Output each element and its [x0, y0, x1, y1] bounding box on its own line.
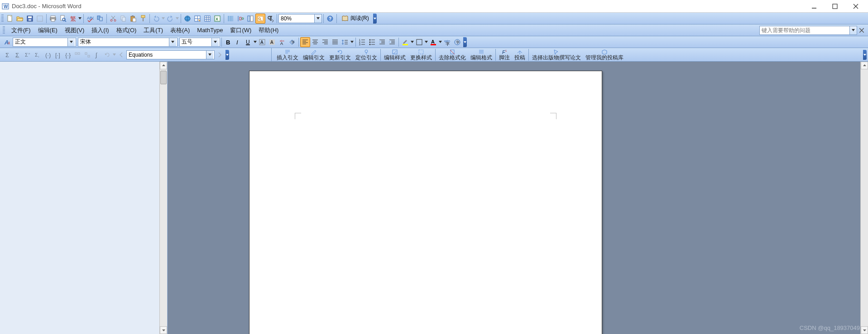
menubar-grip[interactable] — [3, 26, 5, 34]
mt-toolbar-options[interactable] — [225, 50, 229, 60]
align-center-button[interactable] — [310, 37, 320, 47]
format-painter-button[interactable] — [138, 14, 148, 24]
help-search-input[interactable] — [759, 26, 850, 35]
traditional-chinese-button[interactable]: 繁 — [68, 14, 78, 24]
font-color-dropdown[interactable] — [438, 40, 442, 44]
bulleted-list-button[interactable] — [367, 37, 377, 47]
bold-button[interactable]: B — [223, 37, 233, 47]
menu-tools[interactable]: 工具(T) — [140, 25, 167, 36]
maximize-button[interactable] — [825, 0, 845, 13]
paren-3-button[interactable]: {·} — [62, 50, 72, 60]
numbered-list-button[interactable]: 123 — [357, 37, 367, 47]
nav-prev-button[interactable] — [116, 50, 126, 60]
sigma-1-button[interactable]: Σ — [3, 50, 13, 60]
underline-button[interactable]: U — [243, 37, 253, 47]
integral-button[interactable]: ∫ — [92, 50, 102, 60]
menu-format[interactable]: 格式(O) — [113, 25, 140, 36]
tc-dropdown[interactable] — [78, 17, 82, 20]
highlight-dropdown[interactable] — [410, 40, 414, 44]
toolbar-options[interactable] — [373, 14, 377, 24]
edit-format-button[interactable]: 编辑格式 — [468, 48, 494, 61]
border-dropdown[interactable] — [424, 40, 428, 44]
matrix-2-button[interactable] — [82, 50, 92, 60]
font-input[interactable] — [78, 38, 169, 46]
permission-button[interactable] — [35, 14, 45, 24]
fmt-toolbar-options[interactable] — [463, 37, 467, 47]
fit-text-button[interactable]: 字 — [452, 37, 462, 47]
style-combo[interactable] — [13, 38, 76, 47]
align-distribute-button[interactable] — [330, 37, 340, 47]
style-input[interactable] — [13, 38, 67, 46]
increase-indent-button[interactable] — [387, 37, 397, 47]
menu-mathtype[interactable]: MathType — [193, 25, 226, 35]
styles-pane-button[interactable]: A4 — [3, 37, 13, 47]
research-button[interactable] — [95, 14, 105, 24]
change-style-button[interactable]: 更换样式 — [408, 48, 434, 61]
spellcheck-button[interactable]: ABC — [85, 14, 95, 24]
italic-button[interactable]: I — [233, 37, 243, 47]
hyperlink-button[interactable] — [182, 14, 192, 24]
toolbar-grip[interactable] — [1, 15, 4, 23]
font-color-button[interactable]: A — [428, 37, 438, 47]
zoom-combo[interactable] — [278, 14, 322, 23]
doc-scroll-up[interactable] — [861, 62, 868, 69]
show-hide-marks-button[interactable] — [255, 14, 265, 24]
manage-library-button[interactable]: 管理我的投稿库 — [583, 48, 626, 61]
remove-format-button[interactable]: 去除格式化 — [436, 48, 468, 61]
menu-help[interactable]: 帮助(H) — [255, 25, 282, 36]
help-button[interactable]: ? — [325, 14, 335, 24]
copy-button[interactable] — [118, 14, 128, 24]
zoom-input[interactable] — [278, 14, 315, 23]
nav-scrollbar[interactable] — [159, 62, 167, 334]
phonetic-guide-button[interactable]: abcA — [277, 37, 287, 47]
select-publication-button[interactable]: 选择出版物撰写论文 — [530, 48, 583, 61]
align-right-button[interactable] — [320, 37, 330, 47]
size-dropdown[interactable] — [211, 38, 219, 46]
print-preview-button[interactable] — [58, 14, 68, 24]
nav-scroll-up[interactable] — [160, 62, 167, 69]
sigma-2-button[interactable]: Σ — [13, 50, 23, 60]
insert-citation-button[interactable]: 插入引文 — [274, 48, 301, 61]
enclose-char-button[interactable]: 字 — [287, 37, 297, 47]
close-doc-button[interactable] — [858, 26, 865, 35]
highlight-button[interactable] — [400, 37, 410, 47]
doc-map-button[interactable] — [245, 14, 255, 24]
paren-2-button[interactable]: [·] — [53, 50, 62, 60]
outside-border-button[interactable] — [414, 37, 424, 47]
nav-next-button[interactable] — [215, 50, 225, 60]
paragraph-marks-button[interactable] — [265, 14, 275, 24]
doc-scroll-down[interactable] — [861, 326, 868, 334]
reading-layout-button[interactable]: 阅读(R) — [338, 14, 372, 24]
redo-dropdown[interactable] — [175, 17, 179, 20]
menu-view[interactable]: 视图(V) — [61, 25, 88, 36]
menu-edit[interactable]: 编辑(E) — [34, 25, 61, 36]
menu-table[interactable]: 表格(A) — [167, 25, 193, 36]
matrix-1-button[interactable] — [72, 50, 82, 60]
document-view[interactable]: CSDN @qq_18937049 — [168, 62, 868, 334]
page[interactable] — [249, 71, 602, 334]
paren-1-button[interactable]: (·) — [43, 50, 53, 60]
menu-insert[interactable]: 插入(I) — [88, 25, 112, 36]
save-button[interactable] — [25, 14, 35, 24]
cit-toolbar-options[interactable] — [863, 50, 867, 60]
nav-scroll-down[interactable] — [160, 326, 167, 334]
zoom-dropdown[interactable] — [315, 14, 322, 23]
align-left-button[interactable] — [300, 37, 310, 47]
decrease-indent-button[interactable] — [377, 37, 387, 47]
menu-file[interactable]: 文件(F) — [8, 25, 34, 36]
sigma-4-button[interactable]: Σi — [33, 50, 43, 60]
line-spacing-dropdown[interactable] — [350, 40, 354, 44]
drawing-button[interactable] — [235, 14, 245, 24]
refresh-button[interactable] — [102, 50, 112, 60]
columns-button[interactable] — [225, 14, 235, 24]
update-citation-button[interactable]: 更新引文 — [327, 48, 353, 61]
new-doc-button[interactable] — [5, 14, 15, 24]
asian-layout-button[interactable]: wén字 — [442, 37, 452, 47]
char-shading-button[interactable]: A — [267, 37, 277, 47]
undo-dropdown[interactable] — [161, 17, 165, 20]
paste-button[interactable] — [128, 14, 138, 24]
equations-dropdown[interactable] — [206, 51, 213, 59]
edit-style-button[interactable]: 编辑样式 — [382, 48, 408, 61]
style-dropdown[interactable] — [67, 38, 75, 46]
font-combo[interactable] — [78, 38, 177, 47]
